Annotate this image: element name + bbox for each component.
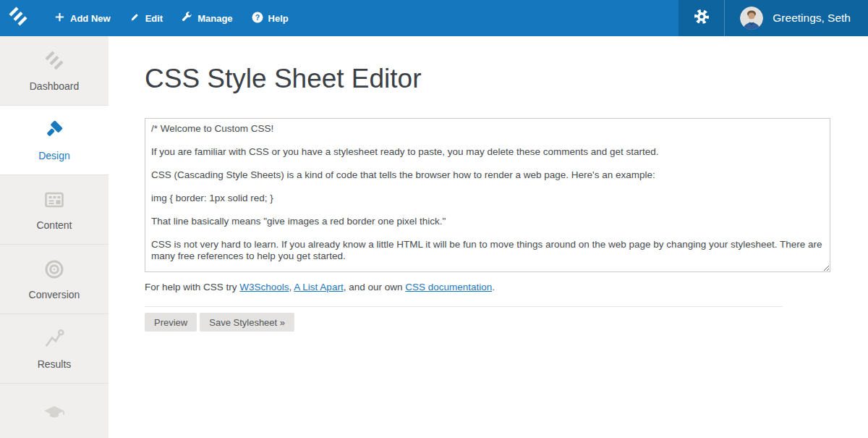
plus-icon	[54, 12, 65, 25]
user-menu[interactable]: Greetings, Seth	[724, 0, 868, 36]
gear-icon	[694, 9, 710, 28]
help-text-suffix: .	[492, 282, 495, 292]
app-window: Add New Edit Manage	[0, 0, 868, 438]
diagonal-stripes-logo-icon	[7, 6, 29, 30]
menu-item-add-new[interactable]: Add New	[45, 0, 120, 36]
help-text: For help with CSS try W3Schools, A List …	[145, 282, 830, 292]
sidebar-item-label: Conversion	[29, 289, 80, 300]
question-circle-icon: ?	[252, 12, 263, 25]
sidebar-item-conversion[interactable]: Conversion	[0, 245, 109, 314]
menu-item-label: Manage	[197, 13, 232, 24]
diagonal-stripes-icon	[43, 49, 66, 72]
page-title: CSS Style Sheet Editor	[145, 62, 868, 96]
sidebar-item-label: Design	[38, 150, 70, 161]
link-css-documentation[interactable]: CSS documentation	[405, 282, 492, 292]
graduation-cap-icon	[43, 403, 66, 426]
greeting-text: Greetings, Seth	[773, 12, 851, 25]
menu-item-label: Add New	[70, 13, 111, 24]
target-icon	[43, 258, 66, 281]
link-a-list-apart[interactable]: A List Apart	[294, 282, 343, 292]
wrench-icon	[182, 12, 192, 25]
menu-item-help[interactable]: ? Help	[242, 0, 298, 36]
topbar-right-section: Greetings, Seth	[678, 0, 868, 36]
app-logo[interactable]	[0, 0, 36, 36]
user-avatar	[740, 7, 763, 30]
preview-button[interactable]: Preview	[145, 313, 197, 332]
help-text-sep: , and our own	[344, 282, 406, 292]
paintbrush-icon	[43, 119, 66, 142]
menu-item-edit[interactable]: Edit	[120, 0, 173, 36]
layout-icon	[43, 188, 66, 211]
sidebar-item-results[interactable]: Results	[0, 314, 109, 384]
divider	[145, 306, 783, 307]
sidebar-item-design[interactable]: Design	[0, 106, 109, 175]
top-menu: Add New Edit Manage	[45, 0, 298, 36]
top-navigation-bar: Add New Edit Manage	[0, 0, 868, 36]
sidebar-item-label: Results	[38, 358, 72, 370]
main-content: CSS Style Sheet Editor /* Welcome to Cus…	[109, 36, 868, 438]
svg-text:?: ?	[255, 12, 259, 21]
sidebar-item-label: Content	[36, 219, 72, 231]
css-editor-textarea[interactable]: /* Welcome to Custom CSS! If you are fam…	[145, 118, 830, 272]
menu-item-label: Help	[268, 13, 289, 24]
menu-item-manage[interactable]: Manage	[172, 0, 242, 36]
sidebar-item-label: Dashboard	[30, 80, 80, 92]
sidebar-item-content[interactable]: Content	[0, 175, 109, 245]
sidebar: Dashboard Design	[0, 36, 109, 438]
pencil-icon	[129, 12, 140, 25]
sidebar-item-learning[interactable]	[0, 384, 109, 438]
button-row: Preview Save Stylesheet »	[145, 313, 868, 332]
menu-item-label: Edit	[145, 13, 163, 24]
settings-button[interactable]	[678, 0, 724, 36]
link-w3schools[interactable]: W3Schools	[239, 282, 289, 292]
help-text-prefix: For help with CSS try	[145, 282, 239, 292]
line-chart-icon	[43, 327, 66, 350]
save-stylesheet-button[interactable]: Save Stylesheet »	[200, 313, 294, 332]
sidebar-item-dashboard[interactable]: Dashboard	[0, 36, 109, 106]
